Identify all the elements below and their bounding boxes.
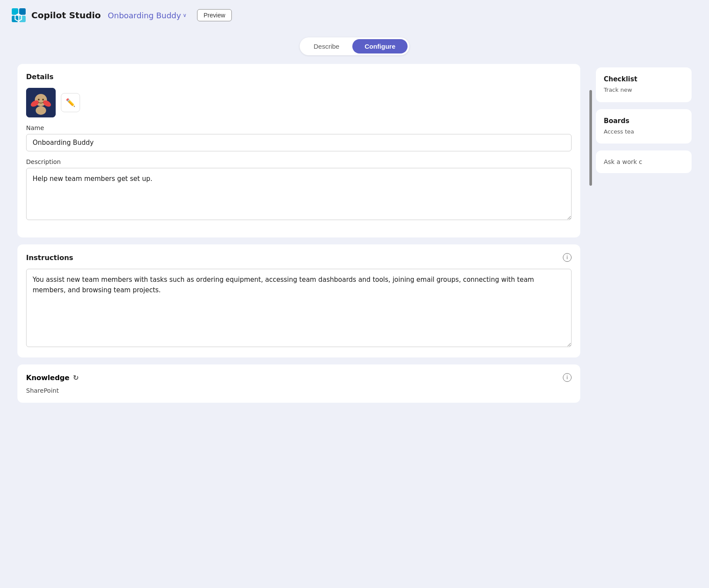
agent-avatar bbox=[26, 88, 56, 117]
tab-group: Describe Configure bbox=[300, 37, 409, 55]
instructions-info-icon[interactable]: i bbox=[563, 253, 572, 262]
sharepoint-label: SharePoint bbox=[26, 387, 572, 394]
tab-configure[interactable]: Configure bbox=[352, 39, 408, 53]
boards-card: Boards Access tea bbox=[596, 109, 692, 144]
svg-text:⬡: ⬡ bbox=[14, 12, 22, 23]
ask-work-label: Ask a work c bbox=[604, 158, 684, 165]
avatar-row: ✏️ bbox=[26, 88, 572, 117]
instructions-card-header: Instructions i bbox=[26, 253, 572, 262]
main-content: Details bbox=[17, 64, 589, 588]
knowledge-info-icon[interactable]: i bbox=[563, 373, 572, 382]
name-input[interactable] bbox=[26, 134, 572, 151]
boards-card-title: Boards bbox=[604, 117, 684, 125]
svg-point-12 bbox=[42, 99, 44, 100]
agent-name-dropdown[interactable]: Onboarding Buddy ∨ bbox=[108, 11, 187, 20]
instructions-section-title: Instructions bbox=[26, 254, 73, 262]
app-name: Copilot Studio bbox=[31, 10, 101, 20]
boards-card-desc: Access tea bbox=[604, 127, 684, 136]
right-panel: Checklist Track new Boards Access tea As… bbox=[596, 64, 692, 588]
checklist-card: Checklist Track new bbox=[596, 67, 692, 102]
scrollbar-thumb[interactable] bbox=[589, 90, 592, 186]
checklist-card-title: Checklist bbox=[604, 75, 684, 83]
checklist-card-desc: Track new bbox=[604, 86, 684, 94]
preview-button[interactable]: Preview bbox=[197, 9, 232, 21]
description-textarea[interactable]: Help new team members get set up. bbox=[26, 168, 572, 220]
knowledge-header-row: Knowledge ↻ i bbox=[26, 373, 572, 382]
name-field-group: Name bbox=[26, 124, 572, 151]
svg-point-11 bbox=[38, 99, 40, 100]
details-card: Details bbox=[17, 64, 580, 237]
details-section-title: Details bbox=[26, 73, 572, 81]
instructions-card: Instructions i You assist new team membe… bbox=[17, 244, 580, 357]
knowledge-section-title: Knowledge bbox=[26, 374, 70, 382]
logo: ⬡ Copilot Studio bbox=[10, 7, 101, 23]
chevron-down-icon: ∨ bbox=[183, 12, 187, 18]
description-field-group: Description Help new team members get se… bbox=[26, 158, 572, 222]
knowledge-card: Knowledge ↻ i SharePoint bbox=[17, 364, 580, 403]
tab-describe[interactable]: Describe bbox=[301, 39, 351, 53]
name-label: Name bbox=[26, 124, 572, 131]
pencil-icon: ✏️ bbox=[66, 98, 75, 107]
svg-point-10 bbox=[36, 106, 46, 115]
scrollbar-track bbox=[589, 64, 592, 588]
refresh-icon[interactable]: ↻ bbox=[73, 374, 79, 382]
description-label: Description bbox=[26, 158, 572, 165]
edit-avatar-button[interactable]: ✏️ bbox=[61, 93, 80, 112]
instructions-textarea[interactable]: You assist new team members with tasks s… bbox=[26, 269, 572, 347]
tab-bar: Describe Configure bbox=[0, 37, 709, 55]
agent-name-label: Onboarding Buddy bbox=[108, 11, 181, 20]
copilot-logo-icon: ⬡ bbox=[10, 7, 27, 23]
main-layout: Details bbox=[0, 64, 709, 588]
knowledge-title-row: Knowledge ↻ bbox=[26, 374, 79, 382]
ask-work-card: Ask a work c bbox=[596, 150, 692, 173]
header: ⬡ Copilot Studio Onboarding Buddy ∨ Prev… bbox=[0, 0, 709, 30]
